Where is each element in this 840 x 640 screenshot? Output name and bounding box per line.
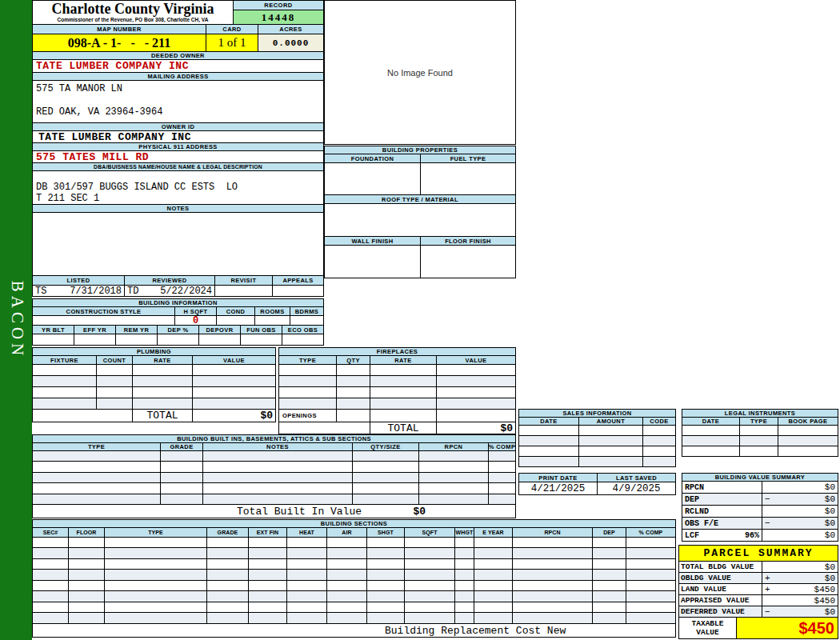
empty-cell <box>455 548 474 559</box>
building-sections-panel: BUILDING SECTIONS SEC# FLOOR TYPE GRADE … <box>32 519 676 638</box>
empty-cell <box>203 483 353 494</box>
empty-cell <box>207 581 249 591</box>
county-header: Charlotte County Virginia Commissioner o… <box>33 1 234 25</box>
empty-cell <box>474 591 513 602</box>
bvs-row-value: $0 <box>762 482 838 494</box>
table-row <box>682 436 838 446</box>
empty-cell <box>97 387 133 398</box>
empty-cell <box>249 559 287 570</box>
ps-value-cell: $450 <box>762 595 838 606</box>
county-header-row: Charlotte County Virginia Commissioner o… <box>33 1 324 25</box>
parcel-summary-title: PARCEL SUMMARY <box>679 546 838 562</box>
empty-cell <box>367 548 405 559</box>
table-row: DATE AMOUNT CODE <box>519 418 676 426</box>
plumbing-panel: PLUMBING FIXTURE COUNT RATE VALUE TOTAL … <box>32 347 276 422</box>
ps-op: + <box>765 585 770 594</box>
fp-rate-label: RATE <box>370 356 437 365</box>
empty-cell <box>367 581 405 591</box>
empty-cell <box>337 376 370 387</box>
mailing-address-label: MAILING ADDRESS <box>33 73 324 81</box>
fuel-type-label: FUEL TYPE <box>421 154 516 163</box>
floor-finish-label: FLOOR FINISH <box>421 237 516 246</box>
ps-value: $450 <box>814 596 835 606</box>
table-row <box>33 376 276 387</box>
bvs-row-label: LCF96% <box>682 530 762 542</box>
reviewed-value: TD 5/22/2024 <box>125 286 215 297</box>
visit-value-row: TS 7/31/2018 TD 5/22/2024 <box>33 286 324 297</box>
empty-cell <box>367 602 405 613</box>
empty-cell <box>626 538 676 548</box>
bs-comp-label: % COMP <box>626 528 676 538</box>
rooms-label: ROOMS <box>255 307 290 316</box>
empty-cell <box>513 548 593 559</box>
bs-grade-label: GRADE <box>207 528 249 538</box>
building-value-summary-title: BUILDING VALUE SUMMARY <box>682 474 838 482</box>
fireplaces-total-label: TOTAL <box>370 422 437 434</box>
empty-cell <box>33 613 69 624</box>
table-row <box>33 581 676 591</box>
last-saved-label: LAST SAVED <box>598 474 676 482</box>
taxable-row: TAXABLE VALUE $450 <box>679 618 838 639</box>
no-image-placeholder: No Image Found <box>325 1 516 145</box>
ps-value: $0 <box>825 607 835 617</box>
empty-cell <box>367 559 405 570</box>
bs-sec-label: SEC# <box>33 528 69 538</box>
listed-date: 7/31/2018 <box>70 286 122 297</box>
table-row: FIXTURE COUNT RATE VALUE <box>33 356 276 365</box>
empty-cell <box>626 570 676 581</box>
empty-cell <box>419 462 489 473</box>
empty-cell <box>682 446 740 457</box>
bvs-op: − <box>765 494 770 504</box>
table-row <box>325 246 516 278</box>
empty-cell <box>97 365 133 376</box>
empty-cell <box>367 591 405 602</box>
empty-cell <box>69 581 105 591</box>
empty-cell <box>419 473 489 483</box>
legal-instruments-panel: LEGAL INSTRUMENTS DATE TYPE BOOK PAGE <box>682 409 838 457</box>
empty-cell <box>105 538 207 548</box>
empty-cell <box>327 559 367 570</box>
empty-cell <box>207 538 249 548</box>
empty-cell <box>207 548 249 559</box>
empty-cell <box>474 602 513 613</box>
ps-value-cell: +$450 <box>762 584 838 595</box>
plumbing-total-row: TOTAL $0 <box>33 410 276 422</box>
bs-dep-label: DEP <box>593 528 626 538</box>
empty-cell <box>740 436 778 446</box>
district-watermark: BACON <box>7 281 27 360</box>
empty-cell <box>455 570 474 581</box>
empty-cell <box>69 570 105 581</box>
openings-label: OPENINGS <box>279 410 337 422</box>
empty-cell <box>282 334 324 346</box>
empty-cell <box>455 559 474 570</box>
empty-cell <box>513 559 593 570</box>
record-box: RECORD 14448 <box>234 1 324 25</box>
empty-cell <box>437 410 516 422</box>
empty-cell <box>33 548 69 559</box>
ecoobs-label: ECO OBS <box>282 326 324 334</box>
empty-cell <box>161 473 203 483</box>
empty-cell <box>579 457 643 467</box>
print-date-label: PRINT DATE <box>519 474 598 482</box>
empty-cell <box>682 436 740 446</box>
empty-cell <box>626 613 676 624</box>
empty-cell <box>97 376 133 387</box>
ps-op: + <box>765 574 770 583</box>
ps-value-cell: +$0 <box>762 573 838 584</box>
legal-line2: T 211 SEC 1 <box>36 193 323 204</box>
table-row: WALL FINISH FLOOR FINISH <box>325 237 516 246</box>
empty-cell <box>353 494 419 505</box>
table-row <box>33 602 676 613</box>
last-saved-value: 4/9/2025 <box>598 482 676 495</box>
table-row <box>33 538 676 548</box>
ps-label: OBLDG VALUE <box>679 573 762 584</box>
empty-cell <box>207 570 249 581</box>
empty-cell <box>405 538 455 548</box>
empty-cell <box>241 334 282 346</box>
empty-cell <box>370 398 437 410</box>
empty-cell <box>643 436 676 446</box>
empty-cell <box>370 376 437 387</box>
fixture-label: FIXTURE <box>33 356 97 365</box>
empty-cell <box>116 334 158 346</box>
empty-cell <box>33 570 69 581</box>
